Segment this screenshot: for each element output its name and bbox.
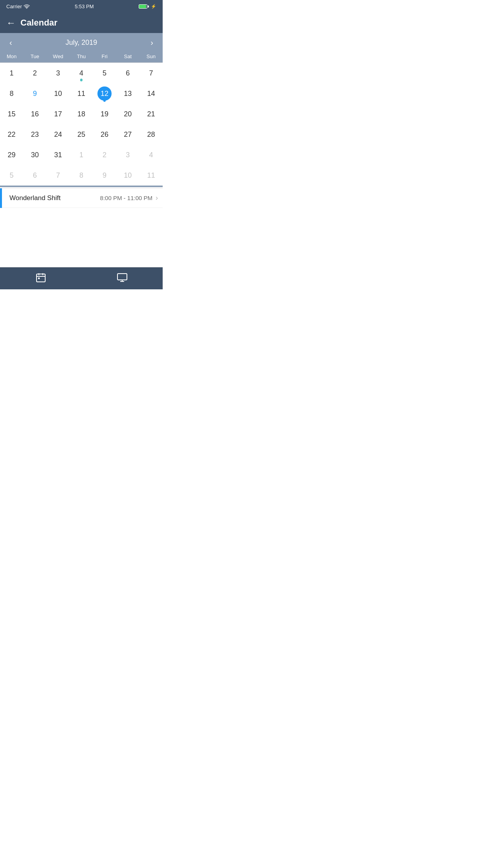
day-headers: Mon Tue Wed Thu Fri Sat Sun — [0, 52, 163, 63]
next-month-button[interactable]: › — [147, 37, 156, 48]
event-dot — [80, 79, 83, 81]
tab-monitor[interactable] — [81, 268, 163, 289]
table-row[interactable]: 12 — [93, 83, 116, 104]
table-row[interactable]: 21 — [139, 104, 163, 124]
table-row[interactable]: 8 — [70, 165, 93, 186]
table-row[interactable]: 26 — [93, 124, 116, 145]
table-row[interactable]: 20 — [116, 104, 139, 124]
month-nav: ‹ July, 2019 › — [0, 33, 163, 52]
monitor-icon — [117, 272, 128, 285]
table-row[interactable]: 27 — [116, 124, 139, 145]
table-row[interactable]: 1 — [0, 63, 23, 83]
table-row[interactable]: 19 — [93, 104, 116, 124]
table-row[interactable]: 5 — [0, 165, 23, 186]
table-row[interactable]: 16 — [23, 104, 46, 124]
table-row[interactable]: 10 — [116, 165, 139, 186]
event-dot-today — [103, 99, 106, 102]
day-header-thu: Thu — [70, 53, 93, 59]
event-name: Wonderland Shift — [9, 194, 61, 202]
svg-rect-5 — [38, 278, 40, 279]
app-header: ← Calendar — [0, 13, 163, 33]
event-color-bar — [0, 188, 2, 208]
table-row[interactable]: 6 — [23, 165, 46, 186]
day-header-wed: Wed — [46, 53, 70, 59]
tab-bar — [0, 267, 163, 289]
carrier-label: Carrier — [6, 4, 22, 9]
day-header-mon: Mon — [0, 53, 23, 59]
status-bar: Carrier 5:53 PM ⚡ — [0, 0, 163, 13]
wifi-icon — [24, 4, 30, 9]
table-row[interactable]: 24 — [46, 124, 70, 145]
page-title: Calendar — [20, 18, 57, 28]
event-info: Wonderland Shift — [5, 194, 100, 202]
table-row[interactable]: 17 — [46, 104, 70, 124]
day-header-sun: Sun — [139, 53, 163, 59]
table-row[interactable]: 7 — [46, 165, 70, 186]
charging-icon: ⚡ — [151, 4, 156, 9]
day-header-sat: Sat — [116, 53, 139, 59]
table-row[interactable]: 3 — [46, 63, 70, 83]
event-item[interactable]: Wonderland Shift 8:00 PM - 11:00 PM › — [0, 188, 163, 208]
svg-rect-6 — [117, 274, 127, 280]
table-row[interactable]: 10 — [46, 83, 70, 104]
table-row[interactable]: 3 — [116, 145, 139, 165]
table-row[interactable]: 22 — [0, 124, 23, 145]
table-row[interactable]: 2 — [23, 63, 46, 83]
svg-point-0 — [26, 8, 27, 9]
prev-month-button[interactable]: ‹ — [6, 37, 15, 48]
battery-area: ⚡ — [139, 4, 156, 9]
table-row[interactable]: 11 — [139, 165, 163, 186]
event-list: Wonderland Shift 8:00 PM - 11:00 PM › — [0, 188, 163, 208]
table-row[interactable]: 13 — [116, 83, 139, 104]
back-button[interactable]: ← — [6, 18, 16, 28]
tab-calendar[interactable] — [0, 268, 81, 289]
table-row[interactable]: 2 — [93, 145, 116, 165]
calendar-container: ‹ July, 2019 › Mon Tue Wed Thu Fri Sat S… — [0, 33, 163, 187]
table-row[interactable]: 9 — [93, 165, 116, 186]
table-row[interactable]: 31 — [46, 145, 70, 165]
table-row[interactable]: 11 — [70, 83, 93, 104]
event-time: 8:00 PM - 11:00 PM — [100, 195, 156, 201]
table-row[interactable]: 25 — [70, 124, 93, 145]
table-row[interactable]: 15 — [0, 104, 23, 124]
calendar-grid: 1 2 3 4 5 6 7 8 9 10 11 12 13 14 15 16 1… — [0, 63, 163, 186]
status-time: 5:53 PM — [75, 4, 94, 9]
table-row[interactable]: 28 — [139, 124, 163, 145]
table-row[interactable]: 8 — [0, 83, 23, 104]
chevron-right-icon: › — [156, 194, 158, 202]
day-header-tue: Tue — [23, 53, 46, 59]
carrier-info: Carrier — [6, 4, 30, 9]
table-row[interactable]: 4 — [139, 145, 163, 165]
table-row[interactable]: 7 — [139, 63, 163, 83]
table-row[interactable]: 6 — [116, 63, 139, 83]
table-row[interactable]: 4 — [70, 63, 93, 83]
svg-rect-1 — [37, 274, 45, 282]
calendar-icon — [35, 272, 46, 285]
table-row[interactable]: 29 — [0, 145, 23, 165]
table-row[interactable]: 9 — [23, 83, 46, 104]
table-row[interactable]: 14 — [139, 83, 163, 104]
battery-icon — [139, 4, 149, 9]
day-header-fri: Fri — [93, 53, 116, 59]
table-row[interactable]: 18 — [70, 104, 93, 124]
table-row[interactable]: 1 — [70, 145, 93, 165]
table-row[interactable]: 5 — [93, 63, 116, 83]
table-row[interactable]: 30 — [23, 145, 46, 165]
table-row[interactable]: 23 — [23, 124, 46, 145]
month-title: July, 2019 — [66, 39, 97, 47]
